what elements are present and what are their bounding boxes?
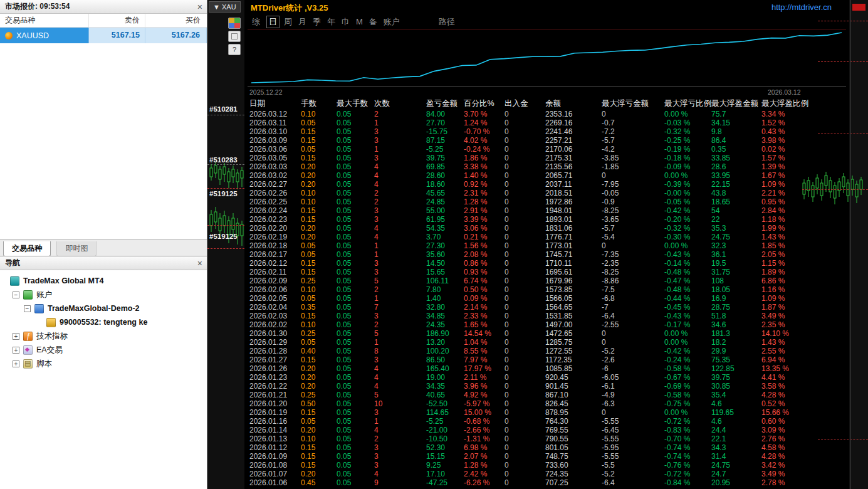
menu-item-10[interactable]: 路径 bbox=[439, 16, 455, 28]
chart-tab-xauusd[interactable]: ▼ XAU bbox=[209, 1, 241, 13]
stat-row[interactable]: 2026.01.130.100.052-10.50-1.31 %0790.55-… bbox=[244, 434, 849, 443]
expand-icon[interactable]: + bbox=[13, 347, 19, 354]
tree-item-platform[interactable]: TradeMax Global MT4 bbox=[0, 274, 207, 288]
tree-item-indicators[interactable]: +技术指标 bbox=[0, 329, 207, 343]
stat-row[interactable]: 2026.02.260.100.05245.652.31 %02018.51-0… bbox=[244, 189, 849, 197]
close-icon[interactable]: × bbox=[197, 257, 202, 270]
chart-grid-icon[interactable] bbox=[228, 18, 241, 29]
stat-row[interactable]: 2026.03.090.150.05387.154.02 %02257.21-5… bbox=[244, 136, 849, 145]
menu-item-5[interactable]: 年 bbox=[327, 16, 335, 28]
menu-item-2[interactable]: 周 bbox=[284, 16, 292, 28]
tree-item-server[interactable]: −TradeMaxGlobal-Demo-2 bbox=[0, 302, 207, 315]
stat-row[interactable]: 2026.03.100.150.053-15.75-0.70 %02241.46… bbox=[244, 127, 849, 136]
stat-row[interactable]: 2026.01.140.200.054-21.00-2.66 %0769.55-… bbox=[244, 426, 849, 434]
stat-row[interactable]: 2026.01.220.200.05434.353.96 %0901.45-6.… bbox=[244, 382, 849, 391]
menu-item-6[interactable]: 巾 bbox=[342, 16, 350, 28]
header-date[interactable]: 日期 bbox=[244, 98, 296, 109]
header-lots[interactable]: 手数 bbox=[296, 98, 332, 109]
stat-row[interactable]: 2026.02.270.200.05418.600.92 %02037.11-7… bbox=[244, 180, 849, 189]
header-inout[interactable]: 出入金 bbox=[499, 98, 540, 109]
header-balance[interactable]: 余额 bbox=[540, 98, 597, 109]
stat-row[interactable]: 2026.02.180.050.05127.301.56 %01773.0100… bbox=[244, 241, 849, 250]
stat-row[interactable]: 2026.01.200.500.0510-52.50-5.97 %0826.45… bbox=[244, 399, 849, 408]
expand-icon[interactable]: + bbox=[13, 333, 19, 340]
symbol-row-xauusd[interactable]: XAUUSD 5167.15 5167.26 bbox=[0, 28, 207, 43]
stat-row[interactable]: 2026.02.060.100.0527.800.50 %01573.85-7.… bbox=[244, 285, 849, 294]
stat-row[interactable]: 2026.03.020.200.05428.601.40 %02065.7100… bbox=[244, 171, 849, 180]
collapse-icon[interactable]: − bbox=[13, 292, 19, 298]
help-icon[interactable]: ? bbox=[228, 44, 241, 55]
menu-item-3[interactable]: 月 bbox=[298, 16, 306, 28]
cell-lots: 0.15 bbox=[296, 136, 332, 145]
menu-item-4[interactable]: 季 bbox=[313, 16, 321, 28]
navigator-titlebar[interactable]: 导航 × bbox=[0, 256, 207, 270]
cell-max-float-loss-pct: -0.42 % bbox=[659, 347, 706, 355]
header-count[interactable]: 次数 bbox=[369, 98, 421, 109]
cell-max-float-profit: 24.4 bbox=[706, 426, 756, 434]
tree-item-login[interactable]: 990005532: tengteng ke bbox=[0, 315, 207, 329]
stat-row[interactable]: 2026.01.090.150.05315.152.07 %0748.75-5.… bbox=[244, 452, 849, 461]
stat-row[interactable]: 2026.02.240.150.05355.002.91 %01948.01-8… bbox=[244, 206, 849, 215]
collapse-icon[interactable]: − bbox=[24, 305, 31, 312]
stat-row[interactable]: 2026.01.080.150.0539.251.28 %0733.60-5.5… bbox=[244, 461, 849, 470]
header-pct[interactable]: 百分比% bbox=[459, 98, 499, 109]
tree-item-accounts[interactable]: −账户 bbox=[0, 288, 207, 302]
stat-row[interactable]: 2026.02.190.200.0543.700.21 %01776.71-5.… bbox=[244, 233, 849, 241]
stat-row[interactable]: 2026.03.120.100.05284.003.70 %02353.1600… bbox=[244, 110, 849, 118]
menu-item-1[interactable]: 日 bbox=[266, 16, 280, 28]
stat-row[interactable]: 2026.01.210.250.05540.654.92 %0867.10-4.… bbox=[244, 391, 849, 399]
stat-row[interactable]: 2026.01.230.200.05419.002.11 %0920.45-6.… bbox=[244, 373, 849, 382]
stat-row[interactable]: 2026.01.070.200.05417.102.42 %0724.35-5.… bbox=[244, 470, 849, 478]
stat-row[interactable]: 2026.02.040.350.05732.802.14 %01564.65-7… bbox=[244, 303, 849, 312]
stat-row[interactable]: 2026.01.260.200.054165.4017.97 %01085.85… bbox=[244, 364, 849, 373]
stat-row[interactable]: 2026.02.030.150.05334.852.33 %01531.85-6… bbox=[244, 312, 849, 320]
header-pl[interactable]: 盈亏金额 bbox=[421, 98, 459, 109]
cell-lots: 0.15 bbox=[296, 259, 332, 268]
header-max-float-profit-pct[interactable]: 最大浮盈比例 bbox=[756, 98, 849, 109]
expand-icon[interactable]: + bbox=[13, 360, 19, 367]
column-symbol[interactable]: 交易品种 bbox=[0, 14, 89, 27]
tree-item-scripts[interactable]: +脚本 bbox=[0, 357, 207, 371]
close-icon[interactable]: × bbox=[197, 1, 202, 14]
cell-count: 3 bbox=[369, 461, 421, 470]
stat-row[interactable]: 2026.02.120.150.05314.500.86 %01710.11-2… bbox=[244, 259, 849, 268]
menu-item-7[interactable]: M bbox=[356, 17, 363, 26]
menu-item-9[interactable]: 账户 bbox=[384, 16, 400, 28]
stat-row[interactable]: 2026.01.280.400.058100.208.55 %01272.55-… bbox=[244, 347, 849, 355]
header-max-lots[interactable]: 最大手数 bbox=[332, 98, 369, 109]
stat-row[interactable]: 2026.02.250.100.05224.851.28 %01972.86-0… bbox=[244, 197, 849, 206]
menu-item-8[interactable]: 备 bbox=[369, 16, 377, 28]
stat-row[interactable]: 2026.01.160.050.051-5.25-0.68 %0764.30-5… bbox=[244, 417, 849, 426]
stat-row[interactable]: 2026.03.030.200.05469.853.38 %02135.56-1… bbox=[244, 162, 849, 171]
stat-row[interactable]: 2026.02.230.150.05361.953.39 %01893.01-3… bbox=[244, 215, 849, 224]
stat-row[interactable]: 2026.01.120.150.05352.306.98 %0801.05-5.… bbox=[244, 443, 849, 452]
menu-item-0[interactable]: 综 bbox=[252, 16, 260, 28]
column-ask[interactable]: 买价 bbox=[145, 14, 207, 27]
cell-balance: 2257.21 bbox=[540, 136, 597, 145]
tab-tick-chart[interactable]: 即时图 bbox=[56, 241, 97, 256]
mtdriver-url-link[interactable]: http://mtdriver.cn bbox=[771, 3, 832, 12]
tab-symbols[interactable]: 交易品种 bbox=[3, 241, 51, 256]
header-max-float-loss-pct[interactable]: 最大浮亏比例 bbox=[659, 98, 706, 109]
stat-row[interactable]: 2026.01.270.150.05386.507.97 %01172.35-2… bbox=[244, 355, 849, 364]
tree-item-experts[interactable]: +EA交易 bbox=[0, 343, 207, 357]
header-max-float-loss[interactable]: 最大浮亏金额 bbox=[597, 98, 659, 109]
header-max-float-profit[interactable]: 最大浮盈金额 bbox=[706, 98, 756, 109]
stat-row[interactable]: 2026.01.290.050.05113.201.04 %01285.7500… bbox=[244, 338, 849, 347]
stat-row[interactable]: 2026.02.110.150.05315.650.93 %01695.61-8… bbox=[244, 268, 849, 276]
stat-row[interactable]: 2026.01.190.150.053114.6515.00 %0878.950… bbox=[244, 408, 849, 417]
stat-row[interactable]: 2026.02.170.050.05135.602.08 %01745.71-7… bbox=[244, 250, 849, 259]
stat-row[interactable]: 2026.01.060.450.059-47.25-6.26 %0707.25-… bbox=[244, 478, 849, 487]
column-bid[interactable]: 卖价 bbox=[89, 14, 145, 27]
stat-row[interactable]: 2026.02.050.050.0511.400.09 %01566.05-6.… bbox=[244, 294, 849, 303]
stat-row[interactable]: 2026.02.200.200.05454.353.06 %01831.06-5… bbox=[244, 224, 849, 233]
stat-row[interactable]: 2026.02.020.100.05224.351.65 %01497.00-2… bbox=[244, 320, 849, 329]
cell-balance: 2269.16 bbox=[540, 118, 597, 127]
box-icon[interactable] bbox=[228, 31, 241, 42]
stat-row[interactable]: 2026.03.110.050.05127.701.24 %02269.16-0… bbox=[244, 118, 849, 127]
stat-row[interactable]: 2026.02.090.250.055106.116.74 %01679.96-… bbox=[244, 276, 849, 285]
stat-row[interactable]: 2026.03.060.050.051-5.25-0.24 %02170.06-… bbox=[244, 145, 849, 154]
stat-row[interactable]: 2026.01.300.250.055186.9014.54 %01472.65… bbox=[244, 329, 849, 338]
market-watch-titlebar[interactable]: 市场报价: 09:53:54 × bbox=[0, 0, 207, 14]
stat-row[interactable]: 2026.03.050.150.05339.751.86 %02175.31-3… bbox=[244, 154, 849, 162]
